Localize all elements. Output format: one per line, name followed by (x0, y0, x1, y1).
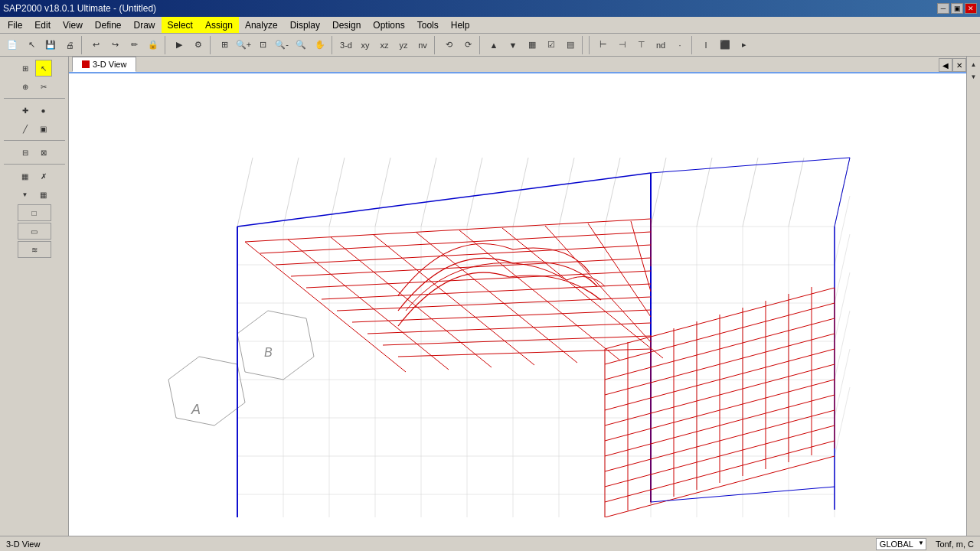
node-btn3[interactable]: ⊤ (632, 36, 651, 54)
menu-draw[interactable]: Draw (128, 17, 162, 33)
new-button[interactable]: 📄 (3, 36, 21, 54)
frame-btn[interactable]: □ (18, 204, 51, 221)
tab-scroll-left[interactable]: ◀ (939, 58, 952, 72)
node-btn1[interactable]: ⊢ (594, 36, 612, 54)
view-3d-button[interactable]: 3-d (337, 36, 355, 54)
svg-text:B: B (264, 346, 273, 359)
main-layout: ⊞ ↖ ⊕ ✂ ✚ ● ╱ ▣ ⊟ ⊠ ▦ ✗ ▼ ▦ □ ▭ (0, 57, 980, 536)
dot-btn[interactable]: · (671, 36, 689, 54)
view-nv-button[interactable]: nv (413, 36, 432, 54)
menu-display[interactable]: Display (284, 17, 326, 33)
right-toolbar: ▲ ▼ (966, 57, 980, 536)
nd-label: nd (652, 36, 670, 54)
restore-button[interactable]: ▣ (951, 3, 963, 14)
text-btn[interactable]: I (697, 36, 715, 54)
line-btn[interactable]: ╱ (17, 120, 34, 137)
view-xz-button[interactable]: xz (375, 36, 394, 54)
dropdown-arrow-btn[interactable]: ▼ (17, 186, 34, 203)
zoom-to-fit-button[interactable]: ⊡ (253, 36, 272, 54)
sep6 (479, 36, 482, 54)
redo-button[interactable]: ↪ (106, 36, 124, 54)
run-options-button[interactable]: ⚙ (189, 36, 207, 54)
viewport-svg: A B (69, 73, 966, 517)
zoom-out2-button[interactable]: 🔍 (292, 36, 310, 54)
sep8 (589, 36, 592, 54)
draw-btn[interactable]: ✚ (17, 102, 34, 119)
lock-button[interactable]: 🔒 (144, 36, 162, 54)
run-button[interactable]: ▶ (170, 36, 188, 54)
viewport-area: 3-D View ◀ ✕ (69, 57, 966, 536)
menu-define[interactable]: Define (89, 17, 128, 33)
cross-btn[interactable]: ✗ (35, 168, 52, 184)
tab-label: 3-D View (93, 60, 126, 69)
pan-button[interactable]: ✋ (311, 36, 329, 54)
sidebar-row2: ⊕ ✂ (17, 78, 52, 95)
move-down-button[interactable]: ▼ (504, 36, 522, 54)
next-view-button[interactable]: ⟳ (459, 36, 477, 54)
sidebar-row1: ⊞ ↖ (17, 60, 52, 77)
zoom-region-button[interactable]: ⊞ (215, 36, 234, 54)
view-yz-button[interactable]: yz (394, 36, 413, 54)
shell-btn[interactable]: ▣ (35, 120, 52, 137)
minimize-button[interactable]: ─ (937, 3, 949, 14)
status-view-label: 3-D View (6, 540, 40, 549)
tab-3d-view[interactable]: 3-D View (72, 57, 136, 72)
right-scroll-up[interactable]: ▲ (968, 58, 980, 70)
menu-options[interactable]: Options (367, 17, 410, 33)
check2-button[interactable]: ☑ (542, 36, 560, 54)
more-btn[interactable]: ▸ (735, 36, 753, 54)
menu-analyze[interactable]: Analyze (239, 17, 284, 33)
undo-button[interactable]: ↩ (87, 36, 105, 54)
sidebar-row5: ⊟ ⊠ (17, 144, 52, 161)
sidebar-row6: ▦ ✗ (17, 168, 52, 184)
global-dropdown[interactable]: GLOBAL ▼ (876, 538, 926, 550)
titlebar: SAP2000 v18.0.1 Ultimate - (Untitled) ─ … (0, 0, 980, 17)
zoom-out-button[interactable]: 🔍- (273, 36, 291, 54)
close-button[interactable]: ✕ (965, 3, 977, 14)
color-btn[interactable]: ⬛ (716, 36, 734, 54)
right-scroll-down[interactable]: ▼ (968, 70, 980, 83)
filter-button[interactable]: ▤ (561, 36, 580, 54)
save-button[interactable]: 💾 (41, 36, 60, 54)
canvas: A B (69, 73, 966, 536)
extrude-btn[interactable]: ⊟ (17, 144, 34, 161)
grid-btn[interactable]: ▦ (35, 186, 52, 203)
menu-edit[interactable]: Edit (28, 17, 57, 33)
menu-assign[interactable]: Assign (199, 17, 239, 33)
frame2-btn[interactable]: ▭ (18, 223, 51, 240)
check-button[interactable]: ▦ (523, 36, 541, 54)
sidebar-row4: ╱ ▣ (17, 120, 52, 137)
tab-controls: ◀ ✕ (939, 57, 966, 73)
spring-btn[interactable]: ≋ (18, 241, 51, 258)
units-label: Tonf, m, C (936, 540, 974, 549)
mesh-btn[interactable]: ⊠ (35, 144, 52, 161)
node-btn2[interactable]: ⊣ (613, 36, 632, 54)
menubar: File Edit View Define Draw Select Assign… (0, 17, 980, 34)
move-up-button[interactable]: ▲ (485, 36, 503, 54)
select-pointer-btn[interactable]: ↖ (35, 60, 52, 77)
sep3 (210, 36, 213, 54)
statusbar: 3-D View GLOBAL ▼ Tonf, m, C (0, 536, 980, 551)
status-right: GLOBAL ▼ Tonf, m, C (876, 538, 974, 550)
tab-close[interactable]: ✕ (952, 58, 966, 72)
menu-select[interactable]: Select (162, 17, 199, 33)
main-toolbar: 📄 ↖ 💾 🖨 ↩ ↪ ✏ 🔒 ▶ ⚙ ⊞ 🔍+ ⊡ 🔍- 🔍 ✋ 3-d xy… (0, 34, 980, 57)
menu-tools[interactable]: Tools (411, 17, 445, 33)
snap2-btn[interactable]: ✂ (35, 78, 52, 95)
select-all-btn[interactable]: ⊞ (17, 60, 34, 77)
print-button[interactable]: 🖨 (60, 36, 79, 54)
menu-file[interactable]: File (2, 17, 28, 33)
view-xy-button[interactable]: xy (356, 36, 374, 54)
sep1 (81, 36, 84, 54)
zoom-in-button[interactable]: 🔍+ (234, 36, 253, 54)
node-btn[interactable]: ● (35, 102, 52, 119)
prev-view-button[interactable]: ⟲ (439, 36, 458, 54)
menu-help[interactable]: Help (445, 17, 476, 33)
menu-design[interactable]: Design (326, 17, 367, 33)
sep-s1 (4, 98, 65, 99)
snap-btn[interactable]: ⊕ (17, 78, 34, 95)
edit-button[interactable]: ✏ (125, 36, 143, 54)
pointer-button[interactable]: ↖ (22, 36, 41, 54)
menu-view[interactable]: View (57, 17, 89, 33)
hatch-btn[interactable]: ▦ (17, 168, 34, 184)
